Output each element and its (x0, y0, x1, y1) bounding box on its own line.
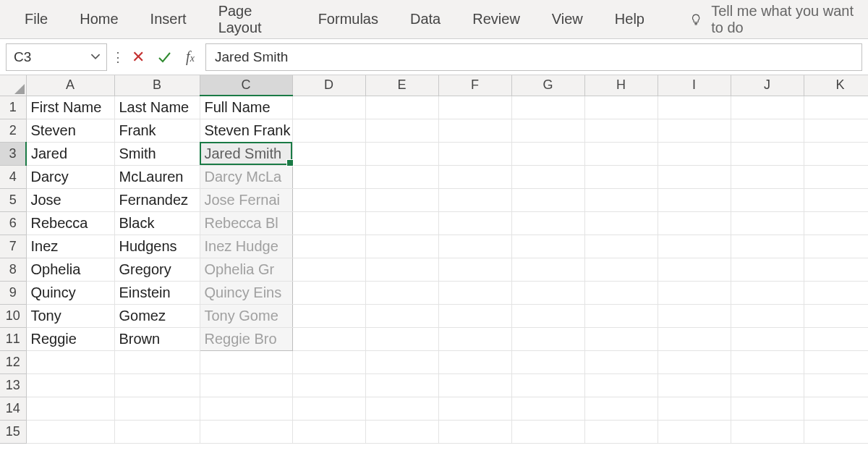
cell-K11[interactable] (804, 327, 868, 350)
cell-B14[interactable] (114, 397, 200, 420)
cell-E15[interactable] (365, 420, 438, 443)
cell-B10[interactable]: Gomez (114, 304, 200, 327)
cell-I6[interactable] (658, 211, 731, 235)
cell-F14[interactable] (438, 397, 511, 420)
cell-A6[interactable]: Rebecca (26, 211, 114, 235)
menu-page-layout[interactable]: Page Layout (203, 0, 302, 42)
cell-I5[interactable] (658, 188, 731, 211)
cell-G15[interactable] (511, 420, 584, 443)
cell-H7[interactable] (584, 235, 658, 258)
cell-J15[interactable] (731, 420, 804, 443)
cell-C6[interactable]: Rebecca Bl (200, 211, 292, 235)
cell-K1[interactable] (804, 96, 868, 119)
cell-A1[interactable]: First Name (26, 96, 114, 119)
cell-E8[interactable] (365, 258, 438, 281)
cell-K14[interactable] (804, 397, 868, 420)
cell-B5[interactable]: Fernandez (114, 188, 200, 211)
cell-D11[interactable] (292, 327, 365, 350)
menu-file[interactable]: File (9, 5, 64, 33)
cell-C10[interactable]: Tony Gome (200, 304, 292, 327)
col-header-G[interactable]: G (511, 75, 584, 96)
cell-C8[interactable]: Ophelia Gr (200, 258, 292, 281)
cell-B6[interactable]: Black (114, 211, 200, 235)
cell-H10[interactable] (584, 304, 658, 327)
menu-view[interactable]: View (536, 5, 599, 33)
cell-J5[interactable] (731, 188, 804, 211)
cell-D2[interactable] (292, 119, 365, 142)
cell-D15[interactable] (292, 420, 365, 443)
cell-A5[interactable]: Jose (26, 188, 114, 211)
cell-F13[interactable] (438, 373, 511, 397)
cell-K13[interactable] (804, 373, 868, 397)
cell-K9[interactable] (804, 281, 868, 304)
cell-C1[interactable]: Full Name (200, 96, 292, 119)
menu-help[interactable]: Help (599, 5, 660, 33)
cell-C7[interactable]: Inez Hudge (200, 235, 292, 258)
cell-G2[interactable] (511, 119, 584, 142)
cell-J10[interactable] (731, 304, 804, 327)
cell-K8[interactable] (804, 258, 868, 281)
cell-A14[interactable] (26, 397, 114, 420)
cell-E7[interactable] (365, 235, 438, 258)
cell-A15[interactable] (26, 420, 114, 443)
cell-I11[interactable] (658, 327, 731, 350)
cell-J2[interactable] (731, 119, 804, 142)
menu-home[interactable]: Home (64, 5, 134, 33)
cell-J7[interactable] (731, 235, 804, 258)
cell-A8[interactable]: Ophelia (26, 258, 114, 281)
cell-F6[interactable] (438, 211, 511, 235)
cell-G13[interactable] (511, 373, 584, 397)
row-header-11[interactable]: 11 (0, 327, 26, 350)
cell-K5[interactable] (804, 188, 868, 211)
cell-D12[interactable] (292, 350, 365, 373)
col-header-H[interactable]: H (584, 75, 658, 96)
cell-B15[interactable] (114, 420, 200, 443)
cancel-icon[interactable]: ✕ (127, 46, 149, 68)
row-header-3[interactable]: 3 (0, 142, 26, 165)
cell-I2[interactable] (658, 119, 731, 142)
cell-H8[interactable] (584, 258, 658, 281)
cell-A13[interactable] (26, 373, 114, 397)
cell-B2[interactable]: Frank (114, 119, 200, 142)
cell-I15[interactable] (658, 420, 731, 443)
select-all-corner[interactable] (0, 75, 26, 96)
cell-H3[interactable] (584, 142, 658, 165)
more-icon[interactable]: ⋮ (111, 55, 123, 59)
col-header-A[interactable]: A (26, 75, 114, 96)
cell-J13[interactable] (731, 373, 804, 397)
cell-J9[interactable] (731, 281, 804, 304)
cell-G6[interactable] (511, 211, 584, 235)
row-header-15[interactable]: 15 (0, 420, 26, 443)
col-header-I[interactable]: I (658, 75, 731, 96)
cell-D5[interactable] (292, 188, 365, 211)
cell-C9[interactable]: Quincy Eins (200, 281, 292, 304)
menu-review[interactable]: Review (456, 5, 536, 33)
cell-I10[interactable] (658, 304, 731, 327)
row-header-6[interactable]: 6 (0, 211, 26, 235)
cell-J8[interactable] (731, 258, 804, 281)
cell-C11[interactable]: Reggie Bro (200, 327, 292, 350)
cell-F8[interactable] (438, 258, 511, 281)
cell-E6[interactable] (365, 211, 438, 235)
cell-K15[interactable] (804, 420, 868, 443)
cell-D6[interactable] (292, 211, 365, 235)
cell-E1[interactable] (365, 96, 438, 119)
row-header-12[interactable]: 12 (0, 350, 26, 373)
cell-B12[interactable] (114, 350, 200, 373)
col-header-C[interactable]: C (200, 75, 292, 96)
cell-K10[interactable] (804, 304, 868, 327)
cell-G14[interactable] (511, 397, 584, 420)
cell-D4[interactable] (292, 165, 365, 188)
cell-H1[interactable] (584, 96, 658, 119)
enter-icon[interactable] (153, 46, 175, 68)
cell-E12[interactable] (365, 350, 438, 373)
cell-F12[interactable] (438, 350, 511, 373)
row-header-14[interactable]: 14 (0, 397, 26, 420)
cell-G5[interactable] (511, 188, 584, 211)
cell-K12[interactable] (804, 350, 868, 373)
cell-H14[interactable] (584, 397, 658, 420)
cell-A4[interactable]: Darcy (26, 165, 114, 188)
cell-E3[interactable] (365, 142, 438, 165)
cell-F9[interactable] (438, 281, 511, 304)
cell-K3[interactable] (804, 142, 868, 165)
